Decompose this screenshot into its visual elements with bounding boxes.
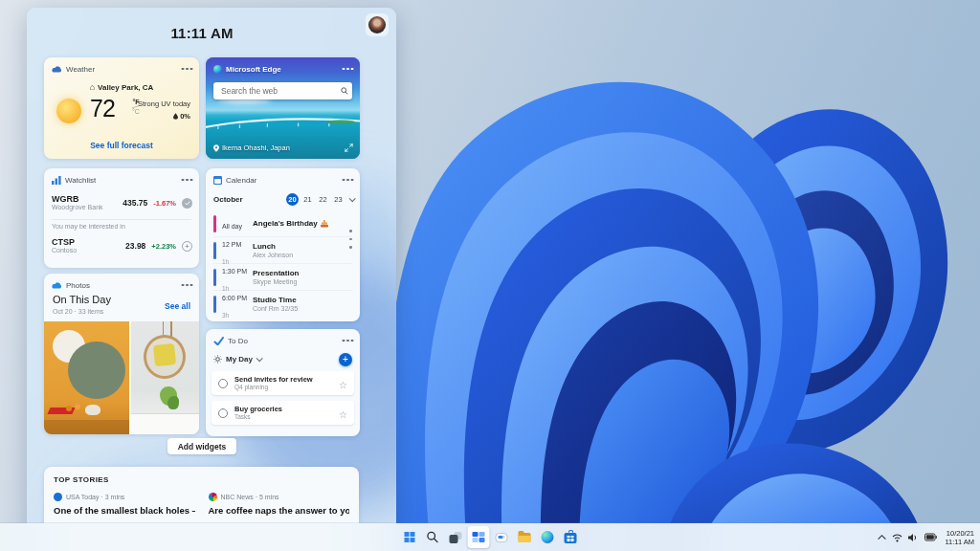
watchlist-widget[interactable]: Watchlist WGRB Woodgrove Bank 435.75 -1.… <box>44 168 199 268</box>
location-pin-icon <box>213 144 219 152</box>
photos-widget[interactable]: Photos On This Day Oct 20 · 33 items See… <box>44 274 199 434</box>
more-options-icon[interactable] <box>186 284 189 287</box>
event-color-bar <box>213 215 216 232</box>
precipitation: 0% <box>173 112 190 121</box>
weather-location: Valley Park, CA <box>44 82 199 92</box>
see-all-link[interactable]: See all <box>165 301 190 311</box>
panel-scroll-indicator[interactable] <box>349 230 352 249</box>
usa-today-icon <box>54 493 62 501</box>
avatar <box>368 16 386 33</box>
widget-title: Watchlist <box>65 176 96 185</box>
todo-list-selector[interactable]: My Day <box>226 355 253 364</box>
calendar-day-selected[interactable]: 20 <box>286 193 299 206</box>
story-source: NBC News · 5 mins <box>221 494 279 500</box>
top-stories-header: TOP STORIES <box>54 475 109 484</box>
search-icon[interactable] <box>341 87 348 95</box>
stock-symbol: CTSP <box>52 237 125 247</box>
wifi-icon[interactable] <box>892 533 902 542</box>
chat-button[interactable] <box>491 526 513 548</box>
photo-thumbnail[interactable] <box>131 321 199 434</box>
cloud-icon <box>52 65 62 73</box>
watchlist-row[interactable]: WGRB Woodgrove Bank 435.75 -1.67% <box>52 192 192 213</box>
photo-caption: Ikema Ohashi, Japan <box>213 143 290 152</box>
calendar-day[interactable]: 21 <box>301 195 314 204</box>
file-explorer-button[interactable] <box>514 526 536 548</box>
edge-widget[interactable]: Microsoft Edge Ikema Ohashi, Japan <box>206 57 360 159</box>
my-day-sun-icon <box>213 355 222 364</box>
story-headline[interactable]: Are coffee naps the answer to your <box>209 505 350 516</box>
edge-logo-icon <box>213 65 222 74</box>
profile-button[interactable] <box>366 13 389 36</box>
calendar-day[interactable]: 23 <box>332 195 345 204</box>
widget-title: Weather <box>66 65 95 74</box>
calendar-icon <box>213 176 222 185</box>
widgets-button[interactable] <box>468 526 490 548</box>
calendar-day[interactable]: 22 <box>317 195 329 204</box>
taskbar: 10/20/21 11:11 AM <box>0 523 980 551</box>
start-button[interactable] <box>399 526 421 548</box>
story-source: USA Today · 3 mins <box>66 494 124 500</box>
news-story[interactable]: NBC News · 5 mins Are coffee naps the an… <box>209 493 350 516</box>
search-input[interactable] <box>213 82 352 99</box>
story-headline[interactable]: One of the smallest black holes — and <box>54 505 195 516</box>
edge-button[interactable] <box>537 526 559 548</box>
battery-icon[interactable] <box>924 533 937 541</box>
temperature-value: 72 <box>90 95 115 122</box>
add-task-button[interactable] <box>339 353 352 366</box>
task-view-button[interactable] <box>445 526 467 548</box>
more-options-icon[interactable] <box>346 340 349 342</box>
see-full-forecast-link[interactable]: See full forecast <box>44 141 199 150</box>
stock-change: -1.67% <box>153 199 176 208</box>
watchlist-suggestion-label: You may be interested in <box>52 219 191 230</box>
photos-subheading: Oct 20 · 33 items <box>53 308 103 315</box>
star-icon[interactable] <box>339 375 347 392</box>
more-options-icon[interactable] <box>346 68 349 71</box>
event-color-bar <box>213 296 216 313</box>
widget-title: Calendar <box>226 176 256 185</box>
nbc-news-icon <box>209 493 217 501</box>
chevron-down-icon[interactable] <box>256 355 263 362</box>
location-icon <box>90 83 98 92</box>
store-button[interactable] <box>560 526 582 548</box>
more-options-icon[interactable] <box>346 179 349 182</box>
widget-title: Photos <box>66 281 90 290</box>
task-checkbox[interactable] <box>218 408 228 418</box>
birthday-cake-icon <box>321 220 328 228</box>
task-checkbox[interactable] <box>218 379 228 388</box>
tray-date: 10/20/21 <box>945 529 974 538</box>
calendar-widget[interactable]: Calendar October 20 21 22 23 All day <box>206 168 360 321</box>
search-button[interactable] <box>422 526 444 548</box>
todo-task[interactable]: Buy groceries Tasks <box>212 401 354 425</box>
todo-check-icon <box>213 337 224 345</box>
stock-name: Woodgrove Bank <box>52 204 122 211</box>
watchlist-row[interactable]: CTSP Contoso 23.98 +2.23% + <box>52 235 192 256</box>
weather-widget[interactable]: Weather Valley Park, CA 72 °F °C Strong … <box>44 57 199 159</box>
calendar-month: October <box>213 195 283 204</box>
expand-icon[interactable] <box>345 143 353 152</box>
photo-thumbnail[interactable] <box>44 321 129 434</box>
todo-task[interactable]: Send invites for review Q4 planning <box>212 371 354 395</box>
add-to-watchlist-button[interactable]: + <box>182 241 192 252</box>
chevron-down-icon[interactable] <box>349 195 356 202</box>
sun-icon <box>56 99 81 123</box>
watchlist-added-button[interactable] <box>182 198 192 209</box>
calendar-event[interactable]: 6:00 PM 3h Studio Time Conf Rm 32/35 <box>213 290 352 317</box>
tray-clock[interactable]: 10/20/21 11:11 AM <box>943 529 974 546</box>
task-title: Send invites for review <box>234 375 339 384</box>
add-widgets-button[interactable]: Add widgets <box>167 438 237 454</box>
volume-icon[interactable] <box>908 533 919 542</box>
photos-strip <box>44 321 199 434</box>
todo-widget[interactable]: To Do My Day Send invites for review Q4 … <box>206 329 360 436</box>
weather-condition: Strong UV today <box>138 99 190 108</box>
system-tray: 10/20/21 11:11 AM <box>878 523 974 551</box>
more-options-icon[interactable] <box>186 68 189 71</box>
tray-chevron-up-icon[interactable] <box>878 534 886 540</box>
star-icon[interactable] <box>339 405 347 422</box>
panel-clock: 11:11 AM <box>44 25 360 41</box>
stock-price: 23.98 <box>125 241 145 251</box>
news-story[interactable]: USA Today · 3 mins One of the smallest b… <box>54 493 195 516</box>
more-options-icon[interactable] <box>186 179 189 182</box>
desktop: 11:11 AM Weather Valley Park, CA 72 °F °… <box>0 0 980 551</box>
stocks-chart-icon <box>52 176 61 185</box>
event-color-bar <box>213 269 216 286</box>
